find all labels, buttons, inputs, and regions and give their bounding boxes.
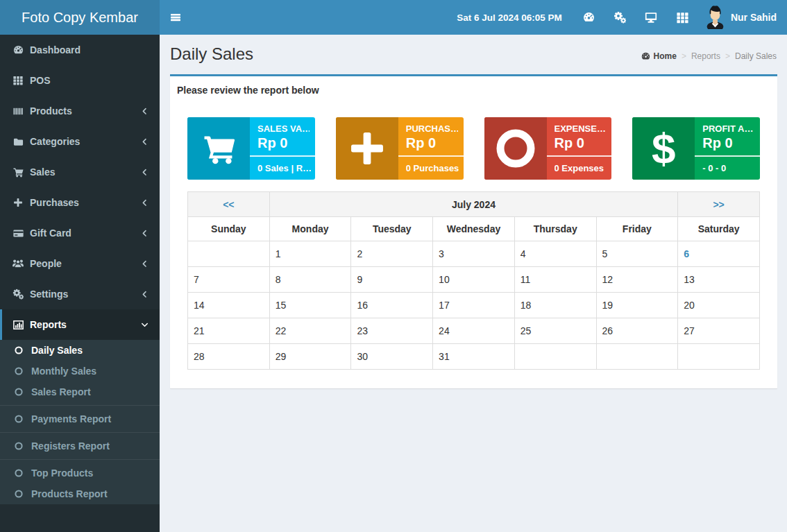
tile-label: SALES VA… — [257, 123, 310, 134]
calendar-day-cell[interactable]: 27 — [678, 318, 760, 344]
sidebar-item-label: Sales — [30, 166, 56, 178]
calendar-day-cell[interactable]: 11 — [514, 267, 596, 293]
calendar-day-cell[interactable]: 23 — [351, 318, 433, 344]
submenu-item-sales-report[interactable]: Sales Report — [0, 381, 160, 402]
day-header: Saturday — [678, 217, 760, 241]
sidebar: Dashboard POS Products Categories Sales — [0, 35, 160, 532]
calendar-day-cell[interactable]: 24 — [433, 318, 515, 344]
tile-footer: 0 Sales | R… — [257, 163, 311, 173]
day-header: Tuesday — [351, 217, 433, 241]
sidebar-item-products[interactable]: Products — [0, 96, 160, 126]
user-menu[interactable]: Nur Sahid — [698, 0, 777, 35]
tile-value: Rp 0 — [257, 135, 287, 151]
calendar-day-cell[interactable]: 3 — [433, 241, 515, 267]
submenu-item-registers-report[interactable]: Registers Report — [0, 432, 160, 456]
calendar-week-row: 28 29 30 31 — [188, 344, 760, 370]
calendar-day-cell[interactable]: 15 — [269, 293, 351, 318]
sidebar-item-purchases[interactable]: Purchases — [0, 187, 160, 218]
breadcrumb-reports[interactable]: Reports — [691, 51, 720, 61]
calendar-day-cell[interactable]: 20 — [678, 293, 760, 318]
sidebar-item-reports[interactable]: Reports — [0, 309, 160, 340]
day-header: Friday — [596, 217, 678, 241]
tile-divider — [250, 155, 315, 157]
breadcrumb-separator: > — [725, 51, 730, 61]
calendar-day-cell[interactable]: 28 — [188, 344, 270, 370]
sidebar-item-pos[interactable]: POS — [0, 65, 160, 96]
calendar-day-cell[interactable]: 7 — [188, 267, 270, 293]
calendar-day-cell[interactable]: 18 — [514, 293, 596, 318]
submenu-item-label: Daily Sales — [31, 345, 83, 356]
calendar-next-button[interactable]: >> — [678, 192, 760, 217]
calendar-day-cell[interactable]: 1 — [269, 241, 351, 267]
purchases-tile-body: PURCHAS… Rp 0 0 Purchases — [398, 117, 464, 180]
calendar-day-cell[interactable]: 5 — [596, 241, 678, 267]
plus-icon — [336, 117, 398, 180]
breadcrumb-home[interactable]: Home — [641, 51, 677, 61]
calendar-day-cell[interactable]: 22 — [269, 318, 351, 344]
calendar-day-cell[interactable]: 10 — [433, 267, 515, 293]
calendar-day-cell[interactable]: 8 — [269, 267, 351, 293]
chevron-left-icon — [139, 137, 149, 146]
user-name: Nur Sahid — [731, 12, 777, 23]
calendar-day-cell[interactable]: 30 — [351, 344, 433, 370]
calendar-day-cell-today[interactable]: 6 — [678, 241, 760, 267]
credit-card-icon — [12, 228, 24, 239]
calendar-day-cell — [514, 344, 596, 370]
calendar-day-cell[interactable]: 31 — [433, 344, 515, 370]
tile-divider — [398, 155, 464, 157]
tile-divider — [547, 155, 612, 157]
submenu-item-products-report[interactable]: Products Report — [0, 483, 160, 504]
chevron-down-icon — [139, 320, 149, 329]
navbar-right: Sat 6 Jul 2024 06:05 PM Nur Sahid — [457, 0, 787, 35]
submenu-item-daily-sales[interactable]: Daily Sales — [0, 340, 160, 361]
sidebar-item-dashboard[interactable]: Dashboard — [0, 35, 160, 65]
calendar-day-cell[interactable]: 2 — [351, 241, 433, 267]
calendar-day-cell[interactable]: 12 — [596, 267, 678, 293]
pos-screen-quicklink[interactable] — [636, 0, 667, 35]
submenu-item-monthly-sales[interactable]: Monthly Sales — [0, 361, 160, 381]
calendar-day-cell[interactable]: 17 — [433, 293, 515, 318]
calendar-day-header-row: Sunday Monday Tuesday Wednesday Thursday… — [188, 217, 760, 241]
submenu-item-label: Top Products — [31, 467, 93, 479]
app-logo[interactable]: Foto Copy Kembar — [0, 0, 160, 35]
submenu-item-label: Monthly Sales — [31, 366, 96, 377]
dashboard-quicklink[interactable] — [573, 0, 604, 35]
submenu-item-payments-report[interactable]: Payments Report — [0, 405, 160, 429]
sidebar-item-gift-card[interactable]: Gift Card — [0, 218, 160, 248]
sidebar-item-settings[interactable]: Settings — [0, 279, 160, 309]
report-intro: Please review the report below — [177, 83, 770, 97]
calendar-day-cell[interactable]: 29 — [269, 344, 351, 370]
sidebar-item-categories[interactable]: Categories — [0, 126, 160, 157]
calendar-day-cell[interactable]: 25 — [514, 318, 596, 344]
tachometer-icon — [12, 44, 24, 55]
sidebar-item-sales[interactable]: Sales — [0, 157, 160, 187]
calendar-day-cell[interactable]: 21 — [188, 318, 270, 344]
calendar-day-cell[interactable]: 4 — [514, 241, 596, 267]
shopping-cart-icon — [187, 117, 250, 180]
tile-value: Rp 0 — [555, 135, 584, 151]
tachometer-icon — [583, 12, 595, 24]
calendar-day-cell — [188, 241, 270, 267]
calendar-prev-button[interactable]: << — [188, 192, 270, 217]
calendar-day-cell — [678, 344, 760, 370]
bar-chart-icon — [12, 319, 24, 330]
calendar-day-cell[interactable]: 9 — [351, 267, 433, 293]
settings-quicklink[interactable] — [604, 0, 636, 35]
submenu-item-top-products[interactable]: Top Products — [0, 459, 160, 483]
expenses-tile-body: EXPENSE… Rp 0 0 Expenses — [547, 117, 612, 180]
calendar-day-cell[interactable]: 16 — [351, 293, 433, 318]
calendar-day-cell[interactable]: 19 — [596, 293, 678, 318]
calendar-week-row: 7 8 9 10 11 12 13 — [188, 267, 760, 293]
calendar-day-cell[interactable]: 26 — [596, 318, 678, 344]
tile-label: PROFIT A… — [702, 123, 754, 134]
profit-tile: $ PROFIT A… Rp 0 - 0 - 0 — [632, 117, 760, 180]
sidebar-item-label: People — [30, 258, 62, 269]
sidebar-toggle-button[interactable] — [160, 0, 191, 35]
modules-quicklink[interactable] — [667, 0, 698, 35]
sidebar-item-people[interactable]: People — [0, 248, 160, 279]
submenu-item-label: Products Report — [31, 488, 108, 499]
circle-outline-icon — [15, 367, 23, 375]
calendar-day-cell[interactable]: 13 — [678, 267, 760, 293]
main-content: Daily Sales Home > Reports > Daily Sales… — [160, 35, 787, 532]
calendar-day-cell[interactable]: 14 — [188, 293, 270, 318]
